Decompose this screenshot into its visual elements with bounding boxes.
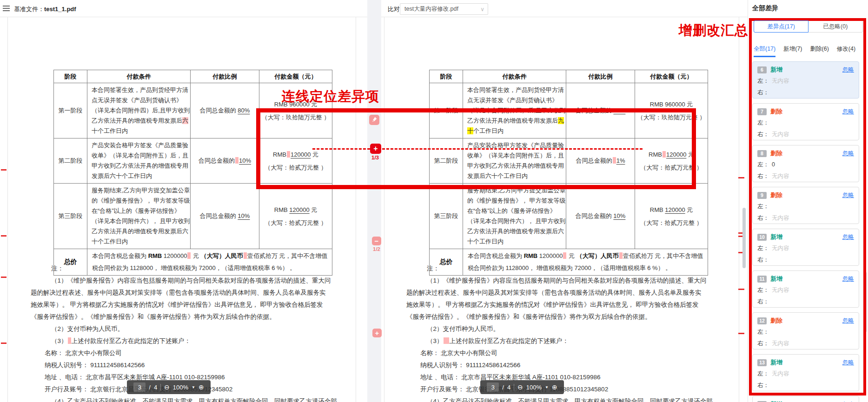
menu-icon[interactable] — [3, 6, 10, 11]
doc-text-segment: 发票后六十个工作日内 — [92, 172, 152, 179]
doc-text-segment: 80% — [238, 107, 250, 114]
doc-text-segment: （3） — [51, 337, 67, 344]
ignore-link[interactable]: 忽略 — [842, 150, 854, 158]
filter-deleted[interactable]: 删除(6) — [810, 45, 829, 57]
zoom-level[interactable]: 100% — [526, 384, 542, 391]
diff-marker-tick — [1, 343, 7, 344]
panel-scrollbar[interactable] — [864, 272, 867, 332]
added-diff-nav-button-2[interactable]: + — [372, 329, 382, 337]
compare-file-select[interactable]: test大量内容修改.pdf ∨ — [400, 3, 488, 15]
added-diff-nav-button[interactable]: + — [370, 144, 381, 154]
doc-text-segment: （大写）人民币 — [576, 252, 619, 259]
ignore-link[interactable]: 忽略 — [842, 191, 854, 199]
doc-notes: 注：（1）《维护服务报告》内容应当包括服务期间的与合同相关条款对应的各项服务活动… — [406, 263, 750, 402]
doc-text-segment: （2）支付币种为人民币。 — [427, 325, 499, 332]
diff-item[interactable]: 13新增忽略左：无内容右： — [752, 354, 859, 391]
doc-text-segment: RMB — [148, 252, 162, 259]
doc-text-segment: （3） — [427, 337, 443, 344]
table-row: 第三阶段服务期结束,乙方向甲方提交加盖公章的《维护服务报告》， 甲方签发等级在“… — [430, 184, 708, 249]
filter-all[interactable]: 全部(17) — [754, 45, 775, 57]
stage-cell: 第三阶段 — [54, 184, 87, 249]
caret-down-icon[interactable]: ▼ — [545, 385, 549, 389]
base-file-caption: 基准文件： — [14, 6, 44, 13]
diff-right-row: 右： — [757, 89, 854, 97]
diff-item[interactable]: 12删除忽略左：右：无内容 — [752, 312, 859, 349]
deleted-diff-nav-button[interactable]: − — [372, 237, 381, 245]
diff-left-label: 左： — [757, 370, 769, 377]
doc-text-segment: 名称： 北京大中小有限公司 — [45, 349, 122, 356]
page-separator: / — [502, 384, 504, 391]
diff-item-type: 删除 — [770, 316, 782, 325]
diff-left-row: 左： — [757, 328, 854, 336]
zoom-level[interactable]: 100% — [173, 384, 188, 391]
diff-item[interactable]: 9删除忽略左：右：无内容 — [752, 187, 859, 224]
doc-text-segment: 点无误并签发《产品到货确认书》 — [92, 97, 182, 104]
doc-text-segment: 合同总金额的 — [576, 157, 612, 164]
diff-item[interactable]: 11新增忽略左：无内容右： — [752, 270, 859, 308]
doc-text-segment: 120000 — [666, 151, 686, 158]
ratio-cell: 合同总金额的10% — [191, 138, 259, 184]
doc-text-segment — [235, 157, 239, 164]
doc-text-segment: 合同总金额的 — [199, 157, 235, 164]
diff-item[interactable]: 6新增忽略左：无内容右： — [752, 61, 859, 99]
doc-text-segment: 本合同含税总金额为 — [468, 252, 524, 259]
ignore-link[interactable]: 忽略 — [842, 275, 854, 283]
ignore-link[interactable]: 忽略 — [842, 359, 854, 367]
ignore-link[interactable]: 忽略 — [842, 401, 854, 402]
doc-text-segment: 产品安装合格甲方签发《产品质量验 — [467, 142, 564, 149]
zoom-in-icon[interactable]: ⊕ — [552, 384, 557, 390]
toolbar-divider — [514, 384, 514, 390]
doc-text-segment: 壹佰贰拾万 元，其中不含增值 — [247, 252, 328, 259]
condition-cell: 产品安装合格甲方签发《产品质量验收单》（详见本合同附件五）后，且甲方收到乙方依法… — [463, 138, 566, 184]
ignore-link[interactable]: 忽略 — [842, 66, 854, 74]
zoom-in-icon[interactable]: ⊕ — [199, 384, 204, 390]
diff-left-row: 左： — [757, 119, 854, 127]
panel-title: 全部差异 — [752, 4, 778, 13]
page-total: 4 — [507, 384, 510, 391]
diff-item[interactable]: 14新增忽略左：无内容右： — [752, 396, 859, 402]
doc-text-segment: 的《维护服务报告》， 甲方签发等级 — [467, 197, 566, 204]
caret-down-icon[interactable]: ▼ — [192, 385, 195, 389]
diff-item-number-badge: 10 — [757, 234, 767, 241]
doc-text-segment: 1200000 — [537, 252, 563, 259]
zoom-out-icon[interactable]: ⊖ — [517, 384, 523, 390]
doc-text-segment: 地址 、电话： 北京市昌平区未来新华城 A座-1101 010-82159986 — [45, 374, 225, 381]
diff-item[interactable]: 10新增忽略左：无内容右： — [752, 229, 859, 266]
page-number-input[interactable]: 3 — [133, 382, 146, 392]
note-line: 施效果等）。 甲方将根据乙方实施服务的情况对《维护评估报告》出具评估意见， 即甲… — [31, 299, 375, 311]
doc-text-segment: 合同总金额的 — [200, 107, 238, 114]
diff-marker-tick — [738, 177, 744, 178]
table-header-cell: 付款金额（元） — [259, 70, 332, 83]
modify-marker-button[interactable] — [369, 115, 379, 125]
doc-text-segment: 甲方收到乙方依法开具的增值税专用 — [92, 162, 188, 169]
doc-text-segment — [563, 252, 566, 259]
stage-cell: 第二阶段 — [54, 138, 87, 184]
page-number-input[interactable]: 3 — [487, 382, 499, 392]
zoom-out-icon[interactable]: ⊖ — [164, 384, 170, 390]
doc-text-segment: 施效果等）。 甲方将根据乙方实施服务的情况对《维护评估报告》出具评估意见， 即甲… — [31, 301, 323, 308]
diff-left-row: 左： — [757, 203, 854, 211]
diff-marker-tick — [1, 277, 7, 278]
doc-text-segment: 合同总金额的 — [576, 107, 614, 114]
ignore-link[interactable]: 忽略 — [842, 108, 854, 116]
doc-text-segment: 乙方依法开具的增值税专用发票后六 — [92, 228, 188, 235]
doc-text-segment: 本合同签署生效，产品到货经甲方清 — [92, 86, 188, 93]
doc-text-segment: 的《维护服务报告》， 甲方签发等级 — [92, 197, 190, 204]
compare-pane-scrollbar[interactable] — [742, 208, 746, 268]
ignore-link[interactable]: 忽略 — [842, 317, 854, 325]
diff-item[interactable]: 7删除忽略左：右：无内容 — [752, 103, 859, 140]
doc-text-segment: 题的解决过程表述、服务中问题及其对策安排等（需包含各项服务活动的具体时间、服务人… — [406, 289, 702, 296]
doc-text-segment: 纳税人识别号： 9111124586142566 — [45, 362, 145, 369]
doc-text-segment: 注： — [51, 265, 64, 272]
filter-modified[interactable]: 修改(4) — [837, 45, 855, 57]
diff-item[interactable]: 8删除忽略左：0右：无内容 — [752, 145, 859, 182]
tab-diff-points[interactable]: 差异点(17) — [754, 20, 808, 33]
doc-text-segment — [187, 252, 191, 259]
doc-text-segment: 壹佰贰拾万 元，其中不含增值 — [623, 252, 703, 259]
filter-added[interactable]: 新增(7) — [783, 45, 802, 57]
doc-text-segment: （大写：玖拾陆万元整 ） — [637, 114, 706, 121]
ignore-link[interactable]: 忽略 — [842, 233, 854, 241]
tab-ignored[interactable]: 已忽略(0) — [808, 20, 863, 33]
diff-right-value: 无内容 — [772, 215, 789, 221]
page-total: 4 — [154, 384, 157, 391]
